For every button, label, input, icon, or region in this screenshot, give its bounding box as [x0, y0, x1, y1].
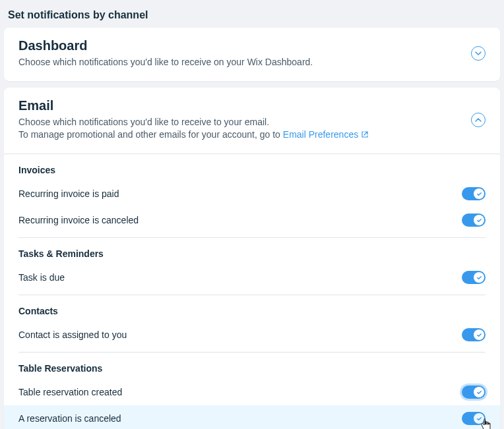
- toggle-task-due[interactable]: [462, 271, 486, 284]
- setting-label: A reservation is canceled: [18, 413, 121, 424]
- email-card-body: Invoices Recurring invoice is paid Recur…: [4, 154, 500, 429]
- setting-row: Task is due: [18, 264, 486, 291]
- setting-row: Table reservation created: [18, 379, 486, 405]
- email-collapse-button[interactable]: [471, 113, 486, 127]
- dashboard-desc: Choose which notifications you'd like to…: [18, 56, 471, 69]
- check-icon: [476, 332, 482, 338]
- setting-label: Contact is assigned to you: [18, 329, 127, 340]
- setting-label: Recurring invoice is canceled: [18, 215, 139, 225]
- external-link-icon: [361, 129, 369, 142]
- setting-row: Recurring invoice is canceled: [18, 207, 486, 233]
- check-icon: [476, 191, 482, 197]
- toggle-knob: [474, 329, 484, 340]
- chevron-down-icon: [475, 51, 482, 55]
- check-icon: [476, 217, 482, 223]
- group-title-tasks: Tasks & Reminders: [18, 238, 486, 264]
- group-title-contacts: Contacts: [18, 295, 486, 322]
- check-icon: [476, 275, 482, 281]
- toggle-knob: [474, 215, 484, 225]
- setting-row: Recurring invoice is paid: [18, 181, 486, 207]
- setting-row: Contact is assigned to you: [18, 322, 486, 348]
- setting-label: Task is due: [18, 272, 65, 283]
- dashboard-card-header: Dashboard Choose which notifications you…: [4, 28, 500, 81]
- email-desc-line2-prefix: To manage promotional and other emails f…: [18, 129, 283, 140]
- toggle-recurring-invoice-paid[interactable]: [462, 187, 486, 200]
- chevron-up-icon: [475, 118, 482, 122]
- email-card: Email Choose which notifications you'd l…: [4, 88, 500, 429]
- toggle-knob: [474, 188, 484, 199]
- group-title-invoices: Invoices: [18, 154, 486, 181]
- toggle-contact-assigned[interactable]: [462, 328, 486, 341]
- dashboard-title: Dashboard: [18, 38, 471, 53]
- email-desc: Choose which notifications you'd like to…: [18, 116, 471, 142]
- toggle-recurring-invoice-canceled[interactable]: [462, 214, 486, 227]
- check-icon: [476, 416, 482, 422]
- email-title: Email: [18, 98, 471, 113]
- dashboard-card: Dashboard Choose which notifications you…: [4, 28, 500, 81]
- dashboard-expand-button[interactable]: [471, 46, 486, 61]
- toggle-knob: [474, 272, 484, 283]
- toggle-knob: [474, 413, 484, 424]
- email-preferences-link[interactable]: Email Preferences: [283, 129, 369, 140]
- page-title: Set notifications by channel: [0, 0, 504, 28]
- email-card-header: Email Choose which notifications you'd l…: [4, 88, 500, 154]
- setting-row-hovered: A reservation is canceled: [4, 405, 500, 429]
- check-icon: [476, 389, 482, 395]
- dashboard-header-text: Dashboard Choose which notifications you…: [18, 38, 471, 69]
- email-desc-line1: Choose which notifications you'd like to…: [18, 117, 269, 127]
- email-header-text: Email Choose which notifications you'd l…: [18, 98, 471, 142]
- group-title-table-reservations: Table Reservations: [18, 353, 486, 379]
- setting-label: Recurring invoice is paid: [18, 188, 119, 199]
- toggle-knob: [474, 387, 484, 397]
- toggle-reservation-canceled[interactable]: [462, 412, 486, 425]
- setting-label: Table reservation created: [18, 387, 122, 397]
- toggle-table-reservation-created[interactable]: [462, 386, 486, 399]
